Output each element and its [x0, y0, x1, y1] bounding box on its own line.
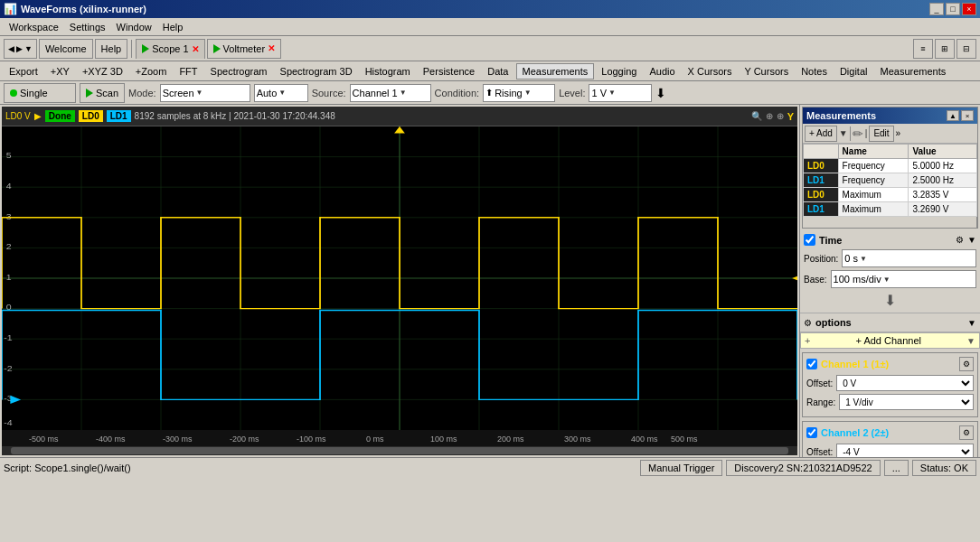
tool-notes[interactable]: Notes — [796, 64, 833, 79]
condition-select[interactable]: ⬆ Rising ▼ — [483, 84, 555, 102]
dots-button[interactable]: ... — [884, 460, 909, 476]
meas-scrollbar[interactable] — [803, 217, 977, 228]
toolbar-icon3[interactable]: ⊟ — [956, 39, 976, 59]
tool-persistence[interactable]: Persistence — [418, 64, 480, 79]
toolbar-right-icons: ≡ ⊞ ⊟ — [913, 39, 976, 59]
menu-workspace[interactable]: Workspace — [4, 20, 64, 34]
voltmeter-button[interactable]: Voltmeter ✕ — [207, 39, 281, 59]
svg-text:500 ms: 500 ms — [671, 435, 698, 444]
options-expand-icon[interactable]: ▼ — [967, 318, 976, 328]
add-channel-label: + Add Channel — [856, 335, 921, 346]
tool-data[interactable]: Data — [482, 64, 514, 79]
tool-histogram[interactable]: Histogram — [360, 64, 416, 79]
device-button[interactable]: Discovery2 SN:210321AD9522 — [726, 460, 880, 476]
tool-measurements2[interactable]: Measurements — [875, 64, 952, 79]
voltmeter-close-icon[interactable]: ✕ — [268, 43, 275, 53]
channel2-settings-icon[interactable]: ⚙ — [959, 425, 974, 440]
channel2-offset-select[interactable]: -4 V — [836, 444, 974, 457]
time-expand-icon[interactable]: ▼ — [967, 235, 976, 245]
base-select[interactable]: 100 ms/div ▼ — [831, 270, 976, 288]
toolbar-icon1[interactable]: ≡ — [913, 39, 933, 59]
manual-trigger-button[interactable]: Manual Trigger — [640, 460, 722, 476]
toolbar3-trigger: Single Scan Mode: Screen ▼ Auto ▼ Source… — [0, 81, 980, 105]
time-checkbox[interactable] — [804, 234, 815, 246]
zoom-icon[interactable]: 🔍 — [751, 111, 762, 121]
channel1-checkbox[interactable] — [806, 359, 817, 369]
channel1-offset-label: Offset: — [806, 378, 833, 388]
tool-xy[interactable]: +XY — [45, 64, 75, 79]
mode-select[interactable]: Screen ▼ — [160, 84, 250, 102]
scroll-down-icon[interactable]: ⬇ — [884, 293, 896, 308]
time-settings-icon[interactable]: ⚙ — [956, 235, 964, 245]
add-channel-bar[interactable]: + + Add Channel ▼ — [800, 332, 980, 349]
maximize-button[interactable]: □ — [946, 3, 960, 15]
time-label: Time — [819, 235, 842, 246]
tool-xcursors[interactable]: X Cursors — [683, 64, 738, 79]
meas-name-0: Frequency — [838, 159, 909, 173]
trigger-time-panel: Time ⚙ ▼ Position: 0 s ▼ Base: 100 ms/di… — [800, 230, 980, 313]
channel1-range-select[interactable]: 1 V/div — [839, 394, 974, 410]
tool-spectrogram[interactable]: Spectrogram — [205, 64, 273, 79]
edit-icon[interactable]: ✏ — [853, 126, 863, 141]
tool-zoom[interactable]: +Zoom — [130, 64, 173, 79]
measurements-close-button[interactable]: × — [961, 110, 974, 121]
tool-digital[interactable]: Digital — [834, 64, 873, 79]
tool-xyz[interactable]: +XYZ 3D — [77, 64, 128, 79]
x-axis-bar: -500 ms -400 ms -300 ms -200 ms -100 ms … — [2, 430, 797, 446]
osc-top-bar: LD0 V ▶ Done LD0 LD1 8192 samples at 8 k… — [2, 107, 797, 126]
col-header-name: Name — [838, 145, 909, 159]
channel1-offset-select[interactable]: 0 V — [836, 375, 974, 391]
meas-value-2: 3.2835 V — [909, 188, 977, 202]
svg-text:1: 1 — [6, 273, 12, 282]
channel2-checkbox[interactable] — [806, 427, 817, 438]
title-bar-text: WaveForms (xilinx-runner) — [21, 4, 146, 14]
help-button[interactable]: Help — [95, 39, 128, 59]
meas-name-3: Maximum — [838, 202, 909, 217]
scan-button[interactable]: Scan — [80, 83, 125, 103]
scope1-button[interactable]: Scope 1 ✕ — [136, 39, 204, 59]
measurements-expand-button[interactable]: ▲ — [947, 110, 959, 121]
status-ok-button[interactable]: Status: OK — [912, 460, 976, 476]
level-select[interactable]: 1 V ▼ — [589, 84, 652, 102]
toolbar2: Export +XY +XYZ 3D +Zoom FFT Spectrogram… — [0, 61, 980, 81]
level-value: 1 V — [591, 88, 607, 98]
edit-button[interactable]: Edit — [869, 126, 893, 142]
menu-window[interactable]: Window — [111, 20, 157, 34]
level-down-arrow[interactable]: ⬇ — [655, 86, 666, 100]
fit-icon[interactable]: ⊕ — [766, 111, 773, 121]
cursor-icon[interactable]: ⊕ — [777, 111, 784, 121]
minimize-button[interactable]: _ — [929, 3, 944, 15]
single-button[interactable]: Single — [4, 83, 76, 103]
x-scrollbar[interactable] — [2, 446, 797, 455]
menu-help[interactable]: Help — [157, 20, 189, 34]
right-panel: Measurements ▲ × + Add ▼ ✏ | Edit » — [799, 105, 980, 457]
minus-icon[interactable]: ▼ — [839, 128, 848, 138]
svg-text:3: 3 — [6, 212, 12, 221]
waveform-canvas[interactable]: 5 4 3 2 1 0 -1 -2 -3 -4 — [2, 126, 797, 430]
tool-measurements[interactable]: Measurements — [516, 63, 595, 79]
position-select[interactable]: 0 s ▼ — [842, 249, 976, 267]
more-btn[interactable]: » — [896, 128, 901, 138]
tool-export[interactable]: Export — [4, 64, 43, 79]
source-select[interactable]: Channel 1 ▼ — [350, 84, 431, 102]
tool-audio[interactable]: Audio — [644, 64, 680, 79]
meas-value-1: 2.5000 Hz — [909, 173, 977, 188]
channel1-offset-row: Offset: 0 V — [806, 375, 974, 391]
menu-settings[interactable]: Settings — [64, 20, 111, 34]
channel1-settings-icon[interactable]: ⚙ — [959, 357, 974, 371]
measurements-panel: Measurements ▲ × + Add ▼ ✏ | Edit » — [802, 107, 978, 229]
add-measurement-button[interactable]: + Add — [805, 126, 837, 142]
toolbar-icon2[interactable]: ⊞ — [935, 39, 955, 59]
channel1-label: Channel 1 (1±) — [821, 359, 956, 369]
meas-ch-1: LD1 — [804, 173, 839, 188]
svg-text:-300 ms: -300 ms — [163, 435, 193, 444]
close-button[interactable]: × — [962, 3, 976, 15]
auto-select[interactable]: Auto ▼ — [254, 84, 308, 102]
welcome-button[interactable]: Welcome — [39, 39, 93, 59]
tool-logging[interactable]: Logging — [596, 64, 642, 79]
tool-spectrogram3d[interactable]: Spectrogram 3D — [275, 64, 358, 79]
tool-ycursors[interactable]: Y Cursors — [739, 64, 794, 79]
options-header: ⚙ options ▼ — [804, 317, 976, 328]
tool-fft[interactable]: FFT — [174, 64, 203, 79]
scope1-close-icon[interactable]: ✕ — [192, 44, 199, 54]
